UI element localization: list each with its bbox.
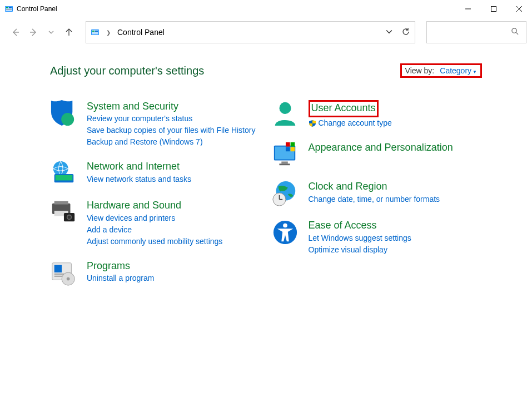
link-network-status[interactable]: View network status and tasks xyxy=(87,173,261,185)
svg-rect-23 xyxy=(54,201,68,205)
category-grid: System and Security Review your computer… xyxy=(50,100,482,299)
svg-rect-2 xyxy=(6,7,8,8)
globe-network-icon xyxy=(50,160,77,187)
up-button[interactable] xyxy=(63,27,74,38)
link-devices-printers[interactable]: View devices and printers xyxy=(87,212,261,224)
category-hardware-sound: Hardware and Sound View devices and prin… xyxy=(50,199,261,247)
svg-point-33 xyxy=(67,277,70,280)
svg-rect-38 xyxy=(279,164,290,166)
link-uninstall-program[interactable]: Uninstall a program xyxy=(87,272,261,284)
window-title: Control Panel xyxy=(17,5,57,13)
svg-point-18 xyxy=(61,113,74,126)
link-mobility-settings[interactable]: Adjust commonly used mobility settings xyxy=(87,236,261,247)
chevron-right-icon[interactable]: ❯ xyxy=(106,29,111,36)
page-title: Adjust your computer's settings xyxy=(50,64,204,77)
svg-rect-39 xyxy=(285,142,290,147)
svg-point-19 xyxy=(53,161,68,176)
category-network-internet: Network and Internet View network status… xyxy=(50,160,261,187)
column-right: User Accounts Change account type Appear… xyxy=(272,100,483,299)
window-controls xyxy=(455,0,532,18)
link-review-status[interactable]: Review your computer's status xyxy=(87,113,261,125)
monitor-theme-icon xyxy=(272,141,299,168)
address-bar[interactable]: ❯ Control Panel xyxy=(86,21,415,43)
control-panel-icon xyxy=(91,28,100,37)
view-by-selector[interactable]: View by: Category▼ xyxy=(400,63,482,78)
link-change-date-time[interactable]: Change date, time, or number formats xyxy=(309,193,483,205)
search-input[interactable] xyxy=(426,21,526,43)
close-button[interactable] xyxy=(506,0,532,18)
content-area: Adjust your computer's settings View by:… xyxy=(0,47,532,310)
breadcrumb-control-panel[interactable]: Control Panel xyxy=(117,28,165,37)
link-optimize-display[interactable]: Optimize visual display xyxy=(309,244,483,256)
nav-bar: ❯ Control Panel xyxy=(0,18,532,47)
category-system-security: System and Security Review your computer… xyxy=(50,100,261,148)
nav-arrows xyxy=(10,27,74,38)
uac-shield-icon xyxy=(309,120,316,127)
control-panel-icon xyxy=(4,4,13,13)
view-by-label: View by: xyxy=(405,66,435,75)
shield-icon xyxy=(50,100,77,127)
svg-rect-41 xyxy=(285,147,290,152)
svg-rect-4 xyxy=(6,9,12,9)
forward-button[interactable] xyxy=(28,27,39,38)
caret-down-icon: ▼ xyxy=(473,70,477,75)
link-suggest-settings[interactable]: Let Windows suggest settings xyxy=(309,232,483,244)
chevron-down-icon[interactable] xyxy=(386,28,392,37)
svg-rect-40 xyxy=(290,142,295,147)
svg-point-34 xyxy=(279,102,291,114)
svg-rect-21 xyxy=(56,175,73,181)
svg-rect-14 xyxy=(92,31,95,32)
maximize-button[interactable] xyxy=(481,0,506,18)
category-programs: Programs Uninstall a program xyxy=(50,260,261,286)
svg-rect-15 xyxy=(95,31,98,32)
svg-rect-3 xyxy=(9,7,12,8)
programs-icon xyxy=(50,260,77,286)
category-title[interactable]: Appearance and Personalization xyxy=(309,142,453,153)
svg-point-27 xyxy=(68,216,71,219)
column-left: System and Security Review your computer… xyxy=(50,100,261,299)
category-title[interactable]: User Accounts xyxy=(311,102,376,113)
svg-line-17 xyxy=(516,32,518,34)
title-left: Control Panel xyxy=(4,4,57,13)
svg-point-16 xyxy=(512,28,516,33)
category-title[interactable]: Hardware and Sound xyxy=(87,200,181,211)
category-title[interactable]: Programs xyxy=(87,260,130,271)
view-by-value: Category xyxy=(440,66,471,75)
category-title[interactable]: Clock and Region xyxy=(309,181,387,192)
back-button[interactable] xyxy=(10,27,21,38)
link-add-device[interactable]: Add a device xyxy=(87,224,261,236)
accessibility-icon xyxy=(272,219,299,246)
svg-rect-6 xyxy=(491,7,496,12)
printer-camera-icon xyxy=(50,199,77,226)
search-icon xyxy=(511,27,519,37)
category-appearance: Appearance and Personalization xyxy=(272,141,483,168)
category-ease-of-access: Ease of Access Let Windows suggest setti… xyxy=(272,219,483,255)
title-bar: Control Panel xyxy=(0,0,532,18)
category-title[interactable]: System and Security xyxy=(87,101,178,112)
link-change-account-type[interactable]: Change account type xyxy=(319,117,392,129)
refresh-button[interactable] xyxy=(401,27,410,38)
svg-point-48 xyxy=(283,224,287,228)
clock-globe-icon xyxy=(272,180,299,207)
svg-rect-42 xyxy=(290,147,295,152)
category-title[interactable]: Network and Internet xyxy=(87,161,180,172)
user-icon xyxy=(272,100,299,127)
svg-rect-29 xyxy=(54,265,62,272)
recent-dropdown[interactable] xyxy=(46,27,57,38)
svg-rect-37 xyxy=(281,162,288,164)
category-title[interactable]: Ease of Access xyxy=(309,220,377,231)
category-clock-region: Clock and Region Change date, time, or n… xyxy=(272,180,483,207)
content-header: Adjust your computer's settings View by:… xyxy=(50,63,482,78)
minimize-button[interactable] xyxy=(455,0,481,18)
link-file-history[interactable]: Save backup copies of your files with Fi… xyxy=(87,125,261,136)
link-backup-restore[interactable]: Backup and Restore (Windows 7) xyxy=(87,136,261,148)
category-user-accounts: User Accounts Change account type xyxy=(272,100,483,129)
